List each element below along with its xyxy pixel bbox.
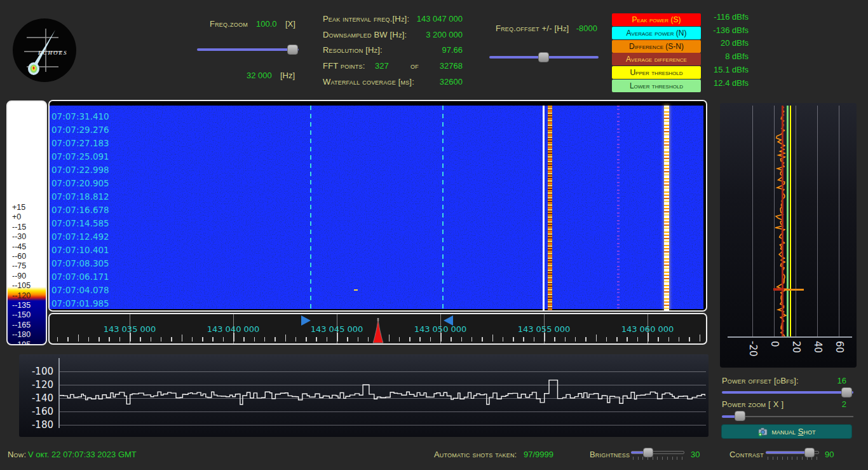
average-power-button[interactable]: Average power (N) xyxy=(612,27,701,39)
spectrum-trace xyxy=(60,354,705,436)
upper-threshold-button-label: Upper threshold xyxy=(630,68,682,77)
freq-zoom-label: Freq.zoom xyxy=(210,19,248,29)
lower-threshold-value: 12.4 dBfs xyxy=(699,78,749,88)
freq-offset-label: Freq.offset +/- [Hz] xyxy=(496,24,569,33)
brightness-value: 30 xyxy=(691,450,700,459)
carrier-marker-line xyxy=(543,106,545,310)
lower-threshold-button-label: Lower threshold xyxy=(630,81,683,90)
stat-resolution-label: Resolution [Hz]: xyxy=(323,45,383,55)
waterfall-timestamp: 07:07:08.305 xyxy=(51,258,109,269)
stat-peak-interval-value: 143 047 000 xyxy=(375,14,463,24)
peak-power-button[interactable]: Peak power (S) xyxy=(612,13,701,26)
power-zoom-slider-handle[interactable] xyxy=(735,411,745,421)
scale-label: --30 xyxy=(12,232,26,241)
auto-shots-label: Automatic shots taken: xyxy=(434,450,517,459)
freq-zoom-slider-track[interactable] xyxy=(197,48,299,51)
spectrum-y-label: -100 xyxy=(19,366,53,377)
upper-threshold-button[interactable]: Upper threshold xyxy=(612,66,701,79)
difference-value: 20 dBfs xyxy=(699,38,749,48)
brightness-slider-handle[interactable] xyxy=(643,448,653,457)
difference-button-label: Difference (S-N) xyxy=(629,42,684,51)
echoes-logo-image: ECHOES xyxy=(13,18,76,82)
waterfall-timestamp: 07:07:31.410 xyxy=(51,111,109,122)
peak-frequency-marker xyxy=(372,317,384,343)
waterfall-timestamp: 07:07:27.183 xyxy=(51,138,109,149)
average-difference-button[interactable]: Average difference xyxy=(612,53,701,66)
signal-trace-faint xyxy=(617,106,620,310)
band-edge-line-left xyxy=(310,106,311,310)
freq-span-value: 32 000 xyxy=(247,71,272,80)
power-offset-label: Power offset [dBfs]: xyxy=(722,376,799,385)
waterfall-timestamp: 07:07:20.905 xyxy=(51,178,109,189)
average-difference-button-label: Average difference xyxy=(626,55,687,64)
difference-button[interactable]: Difference (S-N) xyxy=(612,40,701,53)
freq-zoom-slider-handle[interactable] xyxy=(287,45,298,55)
freq-zoom-unit: [X] xyxy=(285,19,295,29)
power-x-label: -20 xyxy=(747,341,759,357)
auto-shots-value: 97/9999 xyxy=(524,450,553,459)
echoes-main-window: ECHOES Freq.zoom 100.0 [X] 32 000 [Hz] P… xyxy=(0,0,868,470)
contrast-slider-ticks xyxy=(768,457,817,460)
waterfall-timestamp: 07:07:10.401 xyxy=(51,245,109,256)
freq-offset-value: -8000 xyxy=(562,24,597,33)
scale-label: +0 xyxy=(12,212,21,221)
waterfall-timestamp: 07:07:06.171 xyxy=(51,272,109,282)
average-power-button-label: Average power (N) xyxy=(627,29,687,38)
manual-shot-button[interactable]: manual Shot xyxy=(721,424,852,439)
power-distribution-plot[interactable]: -20 0 20 40 60 xyxy=(720,103,857,368)
now-value: V окт. 22 07:07:33 2023 GMT xyxy=(28,450,137,459)
waterfall-timestamp: 07:07:04.078 xyxy=(51,285,109,296)
scale-label: --120 xyxy=(12,291,31,300)
waterfall-timestamp: 07:07:25.091 xyxy=(51,151,109,162)
upper-threshold-value: 15.1 dBfs xyxy=(699,65,749,74)
scale-label: --165 xyxy=(12,321,31,329)
waterfall-display[interactable]: 07:07:31.410 07:07:29.276 07:07:27.183 0… xyxy=(48,100,707,312)
band-marker-arrow-left[interactable] xyxy=(444,315,453,326)
waterfall-timestamp: 07:07:14.585 xyxy=(51,218,109,229)
stat-fft-total-value: 32768 xyxy=(419,61,463,71)
power-x-label: 60 xyxy=(834,341,845,353)
waterfall-timestamp: 07:07:18.812 xyxy=(51,191,109,202)
scale-label: --15 xyxy=(12,223,26,232)
scale-label: --195 xyxy=(12,340,31,345)
scale-label: --180 xyxy=(12,330,31,339)
manual-shot-label: manual Shot xyxy=(772,427,816,436)
power-offset-slider-handle[interactable] xyxy=(841,387,852,397)
waterfall-noise xyxy=(50,106,703,309)
peak-power-button-label: Peak power (S) xyxy=(632,15,681,24)
power-x-axis xyxy=(728,336,852,338)
spectrum-plot[interactable]: -100 -120 -140 -160 -180 xyxy=(19,354,709,437)
power-x-label: 20 xyxy=(790,341,802,353)
power-offset-slider-track[interactable] xyxy=(722,391,853,394)
scale-label: +15 xyxy=(12,203,25,212)
lower-threshold-button[interactable]: Lower threshold xyxy=(612,79,701,92)
power-zoom-label: Power zoom [ X ] xyxy=(722,399,783,409)
average-power-value: -136 dBfs xyxy=(699,25,749,35)
waterfall-timestamp: 07:07:12.492 xyxy=(51,232,109,242)
power-offset-value: 16 xyxy=(788,376,846,385)
average-difference-line xyxy=(782,106,783,336)
upper-threshold-line[interactable] xyxy=(790,106,792,336)
stat-resolution-value: 97.66 xyxy=(375,45,463,55)
signal-trace-bright xyxy=(664,106,669,310)
stat-waterfall-coverage-value: 32600 xyxy=(375,77,463,86)
contrast-slider-handle[interactable] xyxy=(804,448,815,457)
waterfall-timestamp: 07:07:16.678 xyxy=(51,205,109,216)
now-label: Now: xyxy=(8,450,26,459)
camera-icon xyxy=(758,427,768,436)
band-marker-arrow-right[interactable] xyxy=(301,315,311,326)
logo-text: ECHOES xyxy=(37,50,68,56)
power-trace xyxy=(720,106,857,336)
lower-threshold-line[interactable] xyxy=(787,106,789,336)
spectrum-y-label: -120 xyxy=(19,379,53,391)
waterfall-timestamp: 07:07:01.985 xyxy=(51,298,109,309)
freq-offset-slider-handle[interactable] xyxy=(538,52,549,62)
db-color-scale: +15 +0 --15 --30 --45 --60 --75 --90 --1… xyxy=(6,100,47,345)
brightness-label: Brightness xyxy=(590,450,630,459)
echoes-logo: ECHOES xyxy=(13,18,76,82)
scale-label: --105 xyxy=(12,281,31,290)
stat-fft-of-label: of xyxy=(410,61,419,71)
spectrum-y-label: -140 xyxy=(19,392,53,404)
scale-label: --90 xyxy=(12,272,26,280)
freq-span-unit: [Hz] xyxy=(280,71,295,80)
